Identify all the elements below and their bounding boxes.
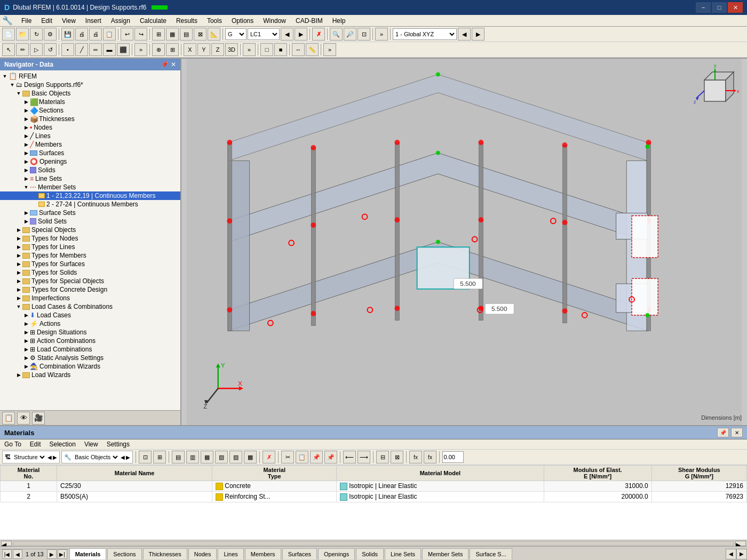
mat-tb-fx2[interactable]: fx [424, 451, 436, 463]
menu-edit[interactable]: Edit [37, 16, 57, 26]
nav-basic-objects[interactable]: ▼ Basic Objects [0, 89, 180, 98]
tab-members[interactable]: Members [245, 548, 281, 559]
tb2-surface[interactable]: ▬ [103, 43, 116, 56]
mat-tb-tbl6[interactable]: ▩ [244, 451, 257, 463]
mat-basic-next[interactable]: ▶ [126, 454, 130, 460]
tb2-line[interactable]: ╱ [75, 43, 88, 56]
nav-sections[interactable]: ▶ 🔷 Sections [0, 106, 180, 115]
tb-table2[interactable]: ▦ [166, 28, 179, 41]
tb-x-mark[interactable]: ✗ [312, 28, 325, 41]
maximize-button[interactable]: □ [712, 2, 727, 13]
nav-ms-item-2[interactable]: 2 - 27-24 | Continuous Members [0, 200, 180, 209]
nav-lines[interactable]: ▶ ╱ Lines [0, 132, 180, 140]
tb2-view-3d[interactable]: 3D [225, 43, 238, 56]
page-next[interactable]: ▶ [47, 549, 57, 559]
mat-menu-selection[interactable]: Selection [50, 441, 76, 448]
tab-scroll-left[interactable]: ◀ [726, 549, 736, 559]
nav-member-sets[interactable]: ▼ ⋯ Member Sets [0, 183, 180, 191]
nav-ms-item-1[interactable]: 1 - 21,23,22,19 | Continuous Members [0, 191, 180, 200]
tab-member-sets[interactable]: Member Sets [422, 548, 468, 559]
tb2-dim[interactable]: ↔ [292, 43, 305, 56]
nav-solid-sets[interactable]: ▶ Solid Sets [0, 217, 180, 226]
mat-tb-view1[interactable]: ⊟ [376, 451, 389, 463]
window-controls[interactable]: − □ ✕ [696, 2, 743, 13]
nav-surfaces[interactable]: ▶ Surfaces [0, 149, 180, 157]
viewport[interactable]: 5.500 5.500 Y X Z [181, 59, 747, 425]
tb-settings[interactable]: ⚙ [44, 28, 57, 41]
tb2-view-x[interactable]: X [184, 43, 196, 56]
tb-save[interactable]: 💾 [61, 28, 74, 41]
tb2-measure[interactable]: 📏 [306, 43, 319, 56]
tab-lines[interactable]: Lines [218, 548, 243, 559]
nav-solids[interactable]: ▶ Solids [0, 166, 180, 174]
menu-view[interactable]: View [58, 16, 80, 26]
mat-tb-paste[interactable]: 📌 [310, 451, 323, 463]
nav-design-situations[interactable]: ▶ ⊞ Design Situations [0, 328, 180, 337]
mat-tb-view2[interactable]: ⊠ [391, 451, 403, 463]
mat-basic-prev[interactable]: ◀ [121, 454, 125, 460]
mat-tb-fx[interactable]: fx [409, 451, 422, 463]
tb-zoom-in[interactable]: 🔍 [330, 28, 343, 41]
tab-nodes[interactable]: Nodes [188, 548, 217, 559]
nav-types-surfaces[interactable]: ▶ Types for Surfaces [0, 260, 180, 268]
nav-types-lines[interactable]: ▶ Types for Lines [0, 243, 180, 251]
tab-materials[interactable]: Materials [69, 548, 107, 559]
table-row[interactable]: 1 C25/30 Concrete Isotropic | Linear Ela… [1, 481, 747, 492]
nav-types-concrete[interactable]: ▶ Types for Concrete Design [0, 285, 180, 294]
tab-scroll-right[interactable]: ▶ [736, 549, 747, 559]
tb2-view-z[interactable]: Z [211, 43, 224, 56]
mat-menu-goto[interactable]: Go To [4, 441, 21, 448]
mat-tb-cut[interactable]: ✂ [281, 451, 294, 463]
mat-tb-sel1[interactable]: ⊡ [139, 451, 152, 463]
mat-menu-settings[interactable]: Settings [107, 441, 130, 448]
nav-combination-wizards[interactable]: ▶ 🧙 Combination Wizards [0, 362, 180, 371]
tb-coord-next[interactable]: ▶ [472, 28, 484, 41]
page-prev[interactable]: ◀ [13, 549, 22, 559]
menu-results[interactable]: Results [172, 16, 202, 26]
tb2-solid[interactable]: ⬛ [117, 43, 130, 56]
nav-load-combinations[interactable]: ▶ ⊞ Load Combinations [0, 345, 180, 354]
tb2-more2[interactable]: » [243, 43, 256, 56]
tab-surface-s[interactable]: Surface S... [470, 548, 512, 559]
nav-types-solids[interactable]: ▶ Types for Solids [0, 268, 180, 277]
tb-more[interactable]: » [375, 28, 388, 41]
nav-load-cases-comb[interactable]: ▼ Load Cases & Combinations [0, 302, 180, 311]
nav-cam-btn[interactable]: 🎥 [32, 412, 45, 425]
mat-tb-arrow-l[interactable]: ⟵ [343, 451, 356, 463]
tb-table3[interactable]: ▤ [180, 28, 193, 41]
tb-open[interactable]: 📁 [16, 28, 29, 41]
scroll-left-btn[interactable]: ◀ [1, 541, 12, 546]
tb2-pen[interactable]: ✏ [16, 43, 29, 56]
minimize-button[interactable]: − [696, 2, 711, 13]
scroll-right-btn[interactable]: ▶ [735, 541, 746, 546]
mat-tb-sel2[interactable]: ⊞ [153, 451, 166, 463]
nav-project-file[interactable]: ▼ 🗂 Design Supports.rf6* [0, 81, 180, 89]
tb-coord-prev[interactable]: ◀ [458, 28, 471, 41]
mat-menu-view[interactable]: View [84, 441, 98, 448]
tb2-rotate[interactable]: ↺ [44, 43, 57, 56]
nav-rfem-root[interactable]: ▼ 📋 RFEM [0, 71, 180, 81]
tb-table[interactable]: ⊞ [152, 28, 165, 41]
menu-cad-bim[interactable]: CAD-BIM [291, 16, 327, 26]
tab-surfaces[interactable]: Surfaces [282, 548, 317, 559]
tab-sections[interactable]: Sections [107, 548, 141, 559]
nav-nodes[interactable]: ▶ • Nodes [0, 123, 180, 132]
menu-calculate[interactable]: Calculate [136, 16, 171, 26]
tab-line-sets[interactable]: Line Sets [385, 548, 421, 559]
tb-zoom-out[interactable]: 🔎 [344, 28, 356, 41]
menu-help[interactable]: Help [328, 16, 350, 26]
nav-types-special[interactable]: ▶ Types for Special Objects [0, 277, 180, 285]
nav-pin-btn[interactable]: 📌 [161, 61, 169, 68]
page-first[interactable]: |◀ [2, 549, 12, 559]
mat-menu-edit[interactable]: Edit [30, 441, 41, 448]
mat-tb-paste2[interactable]: 📌 [324, 451, 337, 463]
cube-navigator[interactable]: x y z [694, 64, 742, 112]
tb-new[interactable]: 📄 [2, 28, 15, 41]
mat-close-btn[interactable]: ✕ [731, 428, 743, 437]
mat-struct-prev[interactable]: ◀ [47, 454, 52, 460]
mat-pin-btn[interactable]: 📌 [717, 428, 729, 437]
nav-action-combinations[interactable]: ▶ ⊞ Action Combinations [0, 337, 180, 345]
nav-types-nodes[interactable]: ▶ Types for Nodes [0, 234, 180, 243]
nav-thicknesses[interactable]: ▶ 📦 Thicknesses [0, 115, 180, 123]
nav-imperfections[interactable]: ▶ Imperfections [0, 294, 180, 302]
